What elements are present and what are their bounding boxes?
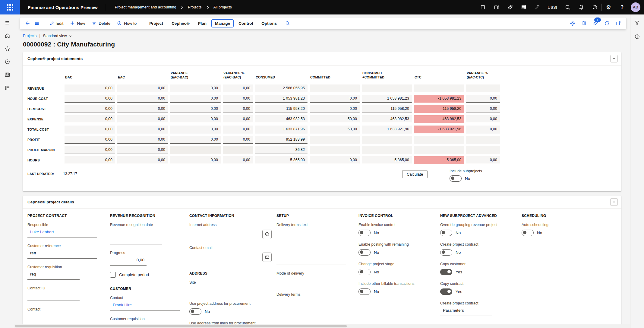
statement-cell[interactable]: 1 053 981,23 — [362, 95, 412, 103]
breadcrumb-module[interactable]: Project management and accounting — [115, 5, 176, 9]
home-icon[interactable] — [2, 31, 13, 40]
app-launcher-button[interactable] — [0, 0, 20, 14]
statement-cell[interactable]: 1 633 921,96 — [362, 126, 412, 133]
edit-button[interactable]: Edit — [46, 19, 67, 28]
tab-plan[interactable]: Plan — [194, 19, 210, 27]
statement-cell[interactable]: 0,00 — [65, 146, 115, 154]
statement-cell[interactable]: 952 183,99 — [255, 136, 308, 144]
statement-cell[interactable]: 0,00 — [223, 84, 253, 92]
statement-cell[interactable]: 0,00 — [223, 105, 253, 113]
statement-cell[interactable]: -1 633 921,96 — [414, 126, 464, 133]
statement-cell[interactable]: 0,00 — [170, 115, 221, 123]
statement-cell[interactable]: 0,00 — [117, 95, 168, 103]
statement-cell[interactable]: 0,00 — [117, 115, 168, 123]
favorites-star-icon[interactable] — [2, 44, 13, 53]
statement-cell[interactable]: 0,00 — [117, 84, 168, 92]
statement-cell[interactable]: 2 586 055,95 — [255, 84, 308, 92]
statement-cell[interactable]: 0,00 — [170, 95, 221, 103]
menu-icon[interactable] — [2, 18, 13, 27]
statement-cell[interactable]: 0,00 — [223, 136, 253, 144]
input-field-site[interactable] — [189, 287, 242, 295]
refresh-icon[interactable] — [602, 19, 612, 28]
toggle-copy-customer[interactable] — [440, 269, 452, 275]
statement-cell[interactable]: 0,00 — [65, 136, 115, 144]
toggle-auto-scheduling[interactable] — [522, 230, 534, 236]
statement-cell[interactable]: 0,00 — [310, 95, 360, 103]
rocket-icon[interactable] — [503, 0, 517, 14]
bell-icon[interactable] — [574, 0, 588, 14]
window-icon[interactable] — [476, 0, 490, 14]
input-field-create-project-contract[interactable]: Parameters — [440, 308, 492, 316]
new-button[interactable]: New — [67, 19, 88, 28]
statement-cell[interactable]: 0,00 — [466, 126, 500, 133]
statement-cell[interactable]: 0,00 — [223, 95, 253, 103]
collapse-chevron-icon[interactable] — [610, 198, 618, 206]
statement-cell[interactable]: -463 982,53 — [414, 115, 464, 123]
include-subprojects-toggle[interactable] — [450, 175, 462, 182]
statement-cell[interactable]: 115 958,20 — [255, 105, 308, 113]
tab-manage[interactable]: Manage — [211, 19, 234, 27]
input-field-contact-id[interactable] — [27, 293, 80, 301]
input-field-mode-of-delivery[interactable] — [276, 278, 329, 286]
book-icon[interactable] — [579, 19, 589, 28]
form-sections-icon[interactable] — [32, 19, 42, 28]
statement-cell[interactable]: 0,00 — [466, 115, 500, 123]
devices-icon[interactable] — [490, 0, 503, 14]
input-field-customer-reference[interactable]: reff — [27, 251, 97, 259]
input-field-delivery-terms[interactable] — [276, 299, 329, 307]
statement-cell[interactable]: 0,00 — [310, 105, 360, 113]
toggle-use-project-address-for-procurement[interactable] — [189, 308, 201, 315]
statement-cell[interactable]: 0,00 — [65, 84, 115, 92]
input-field-delivery-terms-text[interactable] — [276, 230, 346, 265]
modules-icon[interactable] — [2, 83, 13, 92]
toggle-copy-contract[interactable] — [440, 288, 452, 295]
statement-cell[interactable]: 0,00 — [117, 156, 168, 164]
input-field-contact[interactable] — [27, 314, 97, 322]
statement-cell[interactable]: 0,00 — [117, 105, 168, 113]
globe-icon[interactable] — [262, 230, 272, 239]
statement-cell[interactable]: -5 365,00 — [414, 156, 464, 164]
link-field-responsible[interactable]: Luke Lenhart — [27, 230, 97, 237]
statement-cell[interactable]: 36,82 — [255, 146, 308, 154]
diamond-grid-icon[interactable] — [568, 19, 577, 28]
horizontal-scrollbar[interactable] — [14, 324, 630, 328]
statement-cell[interactable]: 50,00 — [310, 126, 360, 133]
statement-cell[interactable]: 0,00 — [170, 84, 221, 92]
input-field-internet-address[interactable] — [189, 231, 259, 239]
statement-cell[interactable]: 0,00 — [65, 156, 115, 164]
statement-cell[interactable]: 0,00 — [223, 126, 253, 133]
input-field-revenue-recognition-date[interactable] — [110, 237, 162, 244]
delete-button[interactable]: Delete — [88, 19, 114, 28]
statement-cell[interactable]: 0,00 — [466, 156, 500, 164]
environment-picker[interactable]: USSI — [544, 5, 561, 10]
statement-cell[interactable]: 0,00 — [223, 115, 253, 123]
statement-cell[interactable]: 463 932,53 — [255, 115, 308, 123]
scrollbar-thumb[interactable] — [15, 325, 347, 327]
calculator-icon[interactable] — [517, 0, 530, 14]
statement-cell[interactable]: 0,00 — [117, 126, 168, 133]
toggle-include-other-billable-transactions[interactable] — [358, 288, 371, 295]
statement-cell[interactable]: 1 053 981,23 — [255, 95, 308, 103]
calculate-button[interactable]: Calculate — [402, 170, 428, 178]
tab-options[interactable]: Options — [258, 19, 280, 27]
toolbar-search-icon[interactable] — [283, 19, 292, 28]
toggle-override-grouping-revenue-project[interactable] — [440, 230, 452, 236]
statement-cell[interactable]: 5 365,00 — [255, 156, 308, 164]
statement-cell[interactable]: 0,00 — [170, 105, 221, 113]
statement-cell[interactable]: 0,00 — [466, 95, 500, 103]
checkbox-complete-period[interactable] — [110, 272, 116, 278]
open-in-new-icon[interactable] — [614, 19, 623, 28]
statement-cell[interactable]: 0,00 — [65, 105, 115, 113]
recent-clock-icon[interactable] — [2, 57, 13, 66]
input-field-progress[interactable]: 0,00 — [110, 258, 147, 266]
magic-wand-icon[interactable] — [530, 0, 544, 14]
toggle-change-project-stage[interactable] — [358, 269, 371, 275]
statement-cell[interactable]: 0,00 — [170, 156, 221, 164]
how-to-button[interactable]: How to — [114, 19, 140, 28]
statement-cell[interactable]: 115 958,20 — [362, 105, 412, 113]
statement-cell[interactable]: -1 053 981,23 — [414, 95, 464, 103]
statement-cell[interactable]: 0,00 — [170, 136, 221, 144]
projects-back-link[interactable]: Projects — [23, 34, 36, 38]
collapse-chevron-icon[interactable] — [610, 55, 618, 62]
statement-cell[interactable]: 0,00 — [117, 146, 168, 154]
